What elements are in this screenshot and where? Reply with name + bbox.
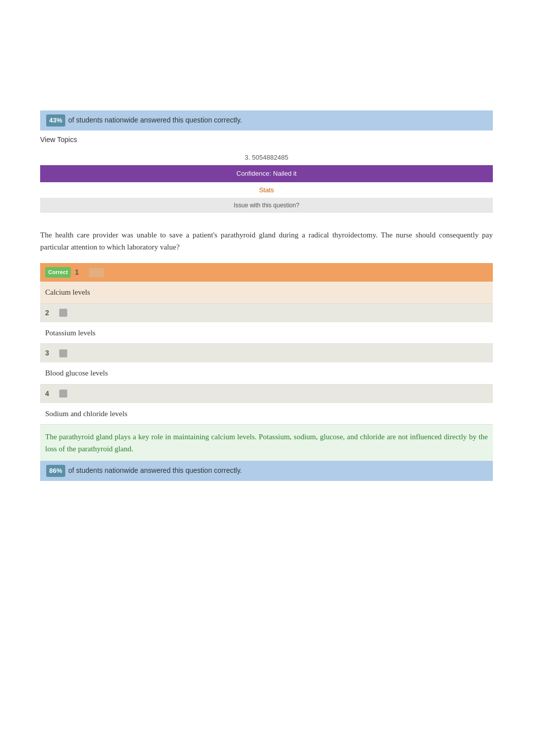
explanation-text: The parathyroid gland plays a key role i…	[45, 433, 488, 453]
top-stats-bar: 43% of students nationwide answered this…	[40, 110, 493, 131]
answer-3-bar	[59, 349, 67, 357]
question-id: 5054882485	[252, 153, 288, 163]
view-topics-row[interactable]: View Topics	[40, 131, 493, 149]
issue-row[interactable]: Issue with this question?	[40, 198, 493, 213]
bottom-percent-badge: 86%	[46, 465, 65, 477]
answer-4-label-row[interactable]: 4	[40, 385, 493, 403]
question-text: The health care provider was unable to s…	[40, 229, 493, 253]
answer-option-3[interactable]: 3 Blood glucose levels	[40, 344, 493, 385]
answer-3-text[interactable]: Blood glucose levels	[40, 362, 493, 384]
confidence-label: Confidence: Nailed it	[236, 170, 297, 177]
answer-1-bar	[89, 268, 104, 277]
top-percent-badge: 43%	[46, 114, 65, 127]
confidence-bar: Confidence: Nailed it	[40, 165, 493, 182]
answer-option-4[interactable]: 4 Sodium and chloride levels	[40, 385, 493, 425]
question-number-row: 3. 5054882485	[40, 150, 493, 166]
answer-3-label-row[interactable]: 3	[40, 344, 493, 362]
correct-badge: Correct	[45, 267, 71, 278]
bottom-stats-text: of students nationwide answered this que…	[68, 465, 242, 476]
answer-1-text[interactable]: Calcium levels	[40, 282, 493, 303]
answer-1-number: 1	[75, 267, 85, 278]
answer-1-label-row[interactable]: Correct 1	[40, 263, 493, 282]
answer-option-2[interactable]: 2 Potassium levels	[40, 304, 493, 344]
answer-option-1[interactable]: Correct 1 Calcium levels	[40, 263, 493, 304]
stats-link[interactable]: Stats	[259, 186, 274, 194]
bottom-stats-bar: 86% of students nationwide answered this…	[40, 461, 493, 481]
question-number: 3.	[245, 153, 250, 163]
view-topics-link[interactable]: View Topics	[40, 136, 77, 144]
answer-3-number: 3	[45, 348, 55, 358]
stats-link-row[interactable]: Stats	[40, 182, 493, 198]
explanation-block: The parathyroid gland plays a key role i…	[40, 425, 493, 461]
answer-4-number: 4	[45, 389, 55, 399]
answer-2-number: 2	[45, 308, 55, 318]
top-stats-text: of students nationwide answered this que…	[68, 115, 242, 125]
answer-2-text[interactable]: Potassium levels	[40, 322, 493, 344]
answer-2-label-row[interactable]: 2	[40, 304, 493, 322]
answer-4-bar	[59, 390, 67, 398]
issue-text[interactable]: Issue with this question?	[234, 202, 300, 209]
answer-2-bar	[59, 309, 67, 317]
answer-4-text[interactable]: Sodium and chloride levels	[40, 403, 493, 425]
